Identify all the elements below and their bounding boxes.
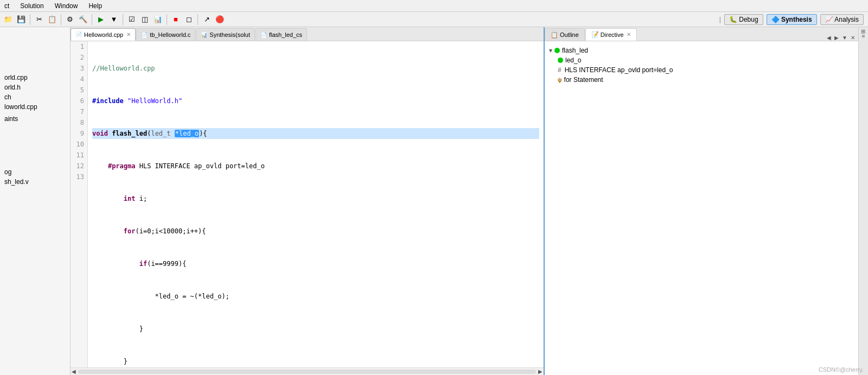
outline-tab-label: Outline (560, 31, 579, 38)
synthesis-icon: 🔷 (771, 16, 780, 23)
sidebar-item-5[interactable]: aints (0, 114, 70, 124)
toolbar-run[interactable]: ▶ (95, 14, 107, 26)
watermark: CSDN©@cherry. (819, 366, 864, 373)
nav-forward-btn[interactable]: ▶ (833, 35, 840, 41)
tab-icon-2: 📊 (201, 32, 207, 38)
toolbar-stop[interactable]: ■ (170, 14, 182, 26)
toolbar-settings[interactable]: ⚙ (64, 14, 76, 26)
sidebar-item-2[interactable]: ch (0, 92, 70, 102)
outline-tab[interactable]: 📋 Outline (545, 28, 585, 41)
toolbar-new[interactable]: 📁 (2, 14, 14, 26)
code-editor[interactable]: 1 2 3 4 5 6 7 8 9 10 11 12 13 //Hellowor… (71, 41, 544, 367)
toolbar-cut[interactable]: ✂ (33, 14, 45, 26)
code-line-3: void flash_led(led_t *led_o){ (92, 128, 539, 139)
code-line-1: //Helloworld.cpp (92, 63, 539, 74)
code-content[interactable]: //Helloworld.cpp #include "HelloWorld.h"… (88, 41, 544, 367)
code-line-2: #include "HelloWorld.h" (92, 96, 539, 106)
tab-icon-1: 📄 (141, 32, 148, 38)
tree-for-icon: ψ (558, 77, 562, 83)
analysis-button[interactable]: 📈 Analysis (820, 14, 864, 25)
tree-label-flash-led: flash_led (562, 47, 588, 54)
outline-tab-icon: 📋 (551, 31, 558, 39)
tab-synthesis[interactable]: 📊 Synthesis(solut (196, 28, 255, 41)
menu-ct[interactable]: ct (2, 1, 11, 11)
sidebar-item-1[interactable]: orld.h (0, 82, 70, 92)
menu-bar: ct Solution Window Help (0, 0, 868, 12)
menu-help[interactable]: Help (86, 1, 104, 11)
toolbar-run-dropdown[interactable]: ▼ (108, 14, 120, 26)
tree-dot-green-0 (554, 48, 560, 53)
tree-label-led-o: led_o (565, 56, 581, 64)
toolbar-save[interactable]: 💾 (15, 14, 27, 26)
panel-nav: ◀ ▶ ▼ ✕ (824, 35, 858, 41)
tab-close-0[interactable]: ✕ (126, 31, 131, 37)
sidebar-item-0[interactable]: orld.cpp (0, 73, 70, 82)
toolbar-sep3 (92, 14, 92, 25)
right-panel: 📋 Outline 📝 Directive ✕ ◀ ▶ ▼ ✕ ▾ flash_… (544, 27, 858, 375)
tree-expand-icon: ▾ (549, 47, 552, 54)
toolbar-sep5 (167, 14, 167, 25)
outline-tree[interactable]: ▾ flash_led led_o # HLS INTERFACE ap_ovl… (545, 41, 858, 375)
sidebar: orld.cpp orld.h ch loworld.cpp aints og … (0, 27, 71, 375)
scroll-left-btn[interactable]: ◀ (72, 368, 76, 374)
tab-icon-0: 📄 (75, 31, 82, 37)
scroll-right-btn[interactable]: ▶ (538, 368, 542, 374)
tab-tb-helloworld[interactable]: 📄 tb_Helloworld.c (136, 28, 195, 41)
nav-back-btn[interactable]: ◀ (826, 35, 832, 41)
tree-item-flash-led[interactable]: ▾ flash_led (547, 46, 856, 55)
toolbar-check[interactable]: ☑ (126, 14, 138, 26)
menu-window[interactable]: Window (53, 1, 80, 11)
code-line-6: for(i=0;i<10000;i++){ (92, 226, 539, 237)
tree-dot-green-1 (558, 58, 563, 63)
toolbar-sep6 (197, 14, 198, 25)
nav-close-btn[interactable]: ✕ (850, 35, 856, 41)
scroll-track[interactable] (78, 370, 536, 374)
tab-label-0: Helloworld.cpp (84, 31, 123, 38)
center-area: 📄 Helloworld.cpp ✕ 📄 tb_Helloworld.c 📊 S… (71, 27, 544, 375)
tab-helloworld-cpp[interactable]: 📄 Helloworld.cpp ✕ (71, 28, 136, 41)
right-tab-bar: 📋 Outline 📝 Directive ✕ ◀ ▶ ▼ ✕ (545, 27, 858, 41)
toolbar-sep2 (61, 14, 61, 25)
code-line-5: int i; (92, 193, 539, 204)
directive-tab-icon: 📝 (591, 31, 599, 38)
v-icon-0[interactable]: ⊞ (860, 29, 866, 34)
main-layout: orld.cpp orld.h ch loworld.cpp aints og … (0, 27, 868, 375)
tab-icon-3: 📄 (260, 32, 267, 38)
tree-item-led-o[interactable]: led_o (556, 55, 856, 65)
tab-label-3: flash_led_cs (269, 31, 302, 38)
toolbar-copy[interactable]: 📋 (46, 14, 58, 26)
toolbar-stop2[interactable]: ◻ (183, 14, 195, 26)
tree-hash-icon: # (558, 66, 561, 74)
directive-tab-close[interactable]: ✕ (627, 31, 631, 37)
line-numbers: 1 2 3 4 5 6 7 8 9 10 11 12 13 (71, 41, 88, 367)
directive-tab-label: Directive (601, 31, 624, 38)
directive-tab[interactable]: 📝 Directive ✕ (585, 28, 637, 41)
toolbar-arrow[interactable]: ↗ (201, 14, 213, 26)
tree-item-for[interactable]: ψ for Statement (556, 75, 856, 85)
tab-flash-led[interactable]: 📄 flash_led_cs (256, 28, 307, 41)
tab-bar: 📄 Helloworld.cpp ✕ 📄 tb_Helloworld.c 📊 S… (71, 27, 544, 41)
code-line-7: if(i==9999){ (92, 258, 539, 269)
menu-solution[interactable]: Solution (18, 1, 46, 11)
sidebar-item-9[interactable]: sh_led.v (0, 177, 70, 187)
nav-dropdown-btn[interactable]: ▼ (841, 35, 848, 41)
toolbar-sep4 (123, 14, 123, 25)
v-icon-1[interactable]: ≡ (860, 35, 866, 38)
debug-button[interactable]: 🐛 Debug (724, 14, 763, 25)
tree-label-hls: HLS INTERFACE ap_ovld port=led_o (565, 66, 673, 74)
synthesis-button[interactable]: 🔷 Synthesis (767, 14, 817, 25)
code-line-8: *led_o = ~(*led_o); (92, 291, 539, 302)
sidebar-item-3[interactable]: loworld.cpp (0, 102, 70, 112)
debug-icon: 🐛 (729, 16, 737, 23)
analysis-icon: 📈 (825, 16, 833, 23)
tree-item-hls[interactable]: # HLS INTERFACE ap_ovld port=led_o (556, 65, 856, 75)
toolbar-target[interactable]: 🔴 (214, 14, 226, 26)
tab-label-2: Synthesis(solut (209, 31, 250, 38)
toolbar-build[interactable]: 🔨 (77, 14, 89, 26)
toolbar-chart[interactable]: 📊 (152, 14, 164, 26)
tab-label-1: tb_Helloworld.c (150, 31, 190, 38)
code-line-4: #pragma HLS INTERFACE ap_ovld port=led_o (92, 161, 539, 171)
toolbar-grid[interactable]: ◫ (139, 14, 151, 26)
bottom-scrollbar[interactable]: ◀ ▶ (71, 367, 544, 375)
sidebar-item-8[interactable]: og (0, 167, 70, 177)
